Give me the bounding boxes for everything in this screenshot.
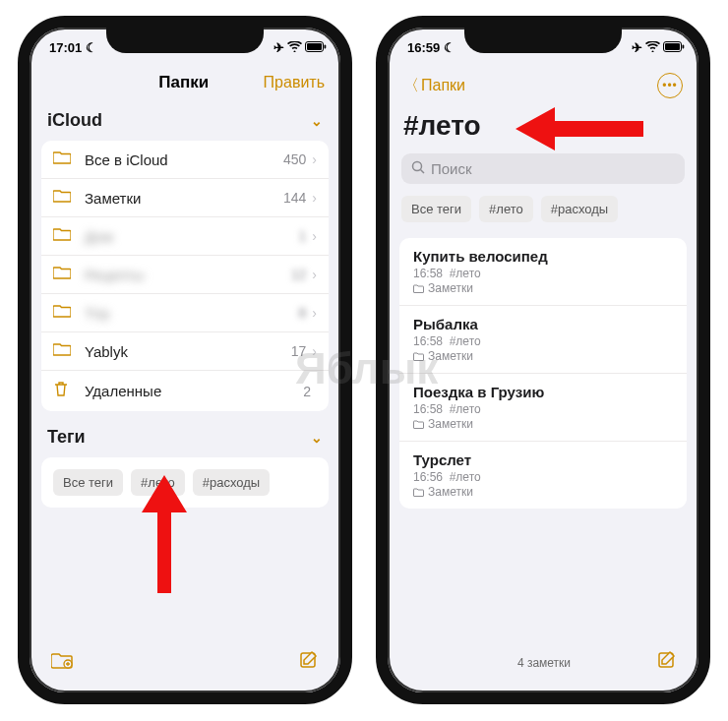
moon-icon: ☾: [86, 40, 97, 55]
folder-label: Заметки: [85, 190, 283, 207]
note-folder: Заметки: [413, 417, 673, 431]
folder-label: Все в iCloud: [85, 151, 283, 168]
chevron-right-icon: ›: [312, 151, 317, 167]
folders-list: Все в iCloud450›Заметки144›Дом1›Рецепты1…: [41, 141, 329, 411]
tag-pill[interactable]: #лето: [479, 196, 533, 222]
annotation-arrow: [516, 101, 643, 156]
note-meta: 16:58 #лето: [413, 334, 673, 348]
back-label: Папки: [421, 77, 465, 94]
section-label: iCloud: [47, 110, 102, 131]
svg-marker-5: [142, 475, 187, 593]
folder-icon: [53, 342, 75, 360]
note-title: Турслет: [413, 451, 673, 468]
chevron-down-icon: ⌄: [311, 113, 323, 129]
folder-label: Рецепты: [85, 267, 291, 283]
note-row[interactable]: Купить велосипед16:58 #летоЗаметки: [399, 238, 687, 306]
folder-count: 17: [291, 343, 307, 359]
airplane-icon: ✈: [632, 40, 642, 55]
nav-title: Папки: [158, 73, 209, 92]
folder-row[interactable]: Trip8›: [41, 294, 329, 332]
folder-count: 12: [291, 267, 307, 282]
search-icon: [411, 160, 425, 177]
back-button[interactable]: 〈Папки: [403, 76, 465, 96]
section-header-tags[interactable]: Теги ⌄: [30, 417, 340, 451]
svg-rect-7: [665, 43, 680, 50]
svg-rect-1: [307, 43, 322, 50]
section-header-icloud[interactable]: iCloud ⌄: [30, 100, 340, 135]
tag-pill[interactable]: Все теги: [401, 196, 471, 222]
search-placeholder: Поиск: [431, 160, 472, 177]
section-label: Теги: [47, 427, 86, 448]
folder-label: Yablyk: [85, 343, 291, 360]
chevron-right-icon: ›: [312, 228, 317, 244]
edit-button[interactable]: Править: [264, 74, 325, 91]
annotation-arrow: [130, 475, 199, 593]
battery-icon: [663, 40, 685, 55]
note-title: Рыбалка: [413, 316, 673, 332]
svg-point-9: [413, 162, 422, 171]
toolbar: [30, 636, 340, 692]
new-folder-button[interactable]: [51, 651, 73, 674]
svg-rect-8: [683, 44, 685, 48]
wifi-icon: [645, 40, 660, 55]
folder-count: 8: [299, 305, 307, 321]
battery-icon: [305, 40, 327, 55]
wifi-icon: [287, 40, 302, 55]
folder-icon: [53, 304, 75, 322]
status-time: 17:01: [49, 40, 82, 55]
compose-button[interactable]: [657, 650, 677, 675]
folder-label: Удаленные: [85, 383, 303, 399]
phone-left: 17:01 ☾ ✈ Папки Править iCloud ⌄ В: [18, 16, 352, 704]
folder-row[interactable]: Рецепты12›: [41, 256, 329, 294]
chevron-right-icon: ›: [312, 190, 317, 206]
note-folder: Заметки: [413, 349, 673, 363]
toolbar: 4 заметки: [388, 636, 698, 692]
note-meta: 16:58 #лето: [413, 267, 673, 280]
folder-icon: [53, 150, 75, 168]
airplane-icon: ✈: [273, 40, 284, 55]
chevron-right-icon: ›: [312, 305, 317, 321]
note-folder: Заметки: [413, 281, 673, 295]
folder-row[interactable]: Yablyk17›: [41, 332, 329, 371]
folder-label: Дом: [85, 228, 299, 245]
notes-list: Купить велосипед16:58 #летоЗаметкиРыбалк…: [399, 238, 687, 509]
svg-line-10: [421, 170, 425, 174]
note-title: Поездка в Грузию: [413, 384, 673, 400]
note-row[interactable]: Турслет16:56 #летоЗаметки: [399, 442, 687, 509]
svg-rect-2: [325, 44, 327, 48]
folder-icon: [53, 227, 75, 245]
tag-pill[interactable]: #расходы: [193, 469, 270, 496]
note-row[interactable]: Рыбалка16:58 #летоЗаметки: [399, 306, 687, 374]
folder-count: 450: [283, 151, 306, 167]
chevron-right-icon: ›: [312, 267, 317, 282]
tag-pill[interactable]: #расходы: [541, 196, 618, 222]
note-folder: Заметки: [413, 485, 673, 499]
folder-label: Trip: [85, 305, 299, 322]
folder-row[interactable]: Заметки144›: [41, 179, 329, 217]
moon-icon: ☾: [444, 40, 455, 55]
search-input[interactable]: Поиск: [401, 153, 685, 184]
navbar: Папки Править: [30, 67, 340, 100]
note-row[interactable]: Поездка в Грузию16:58 #летоЗаметки: [399, 374, 687, 442]
folder-count: 2: [303, 384, 311, 399]
trash-icon: [53, 381, 75, 401]
chevron-right-icon: ›: [312, 343, 317, 359]
folder-row[interactable]: Все в iCloud450›: [41, 141, 329, 179]
svg-marker-12: [516, 107, 643, 150]
compose-button[interactable]: [299, 650, 319, 675]
chevron-down-icon: ⌄: [311, 430, 323, 446]
folder-icon: [53, 266, 75, 283]
notch: [106, 26, 264, 53]
folder-icon: [53, 189, 75, 207]
folder-row[interactable]: Дом1›: [41, 217, 329, 256]
tag-pill[interactable]: Все теги: [53, 469, 123, 496]
folder-count: 144: [283, 190, 306, 206]
notch: [464, 26, 622, 53]
note-meta: 16:56 #лето: [413, 470, 673, 484]
status-time: 16:59: [407, 40, 440, 55]
more-button[interactable]: •••: [657, 73, 683, 98]
chevron-left-icon: 〈: [403, 76, 419, 96]
phone-right: 16:59 ☾ ✈ 〈Папки ••• #лето: [376, 16, 710, 704]
note-meta: 16:58 #лето: [413, 402, 673, 416]
folder-row[interactable]: Удаленные2: [41, 371, 329, 411]
